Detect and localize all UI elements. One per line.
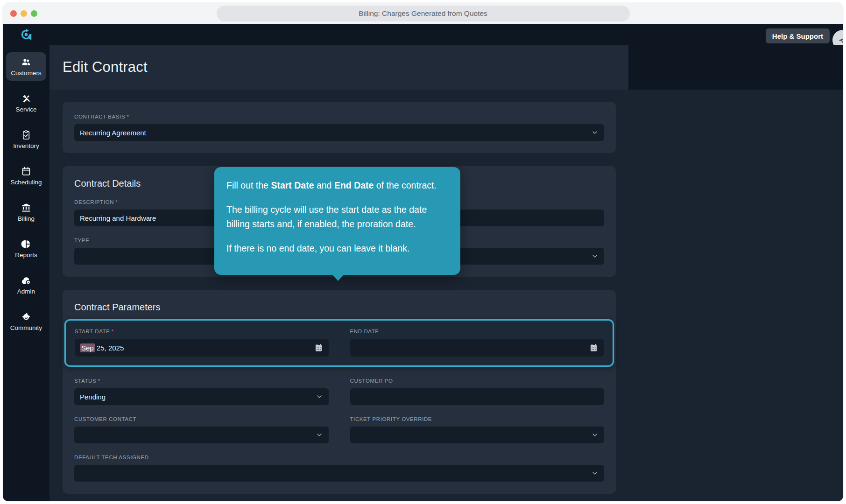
paper-plane-icon (838, 35, 843, 45)
ticket-priority-select[interactable] (350, 427, 605, 443)
field-label: CONTRACT BASIS * (74, 114, 604, 119)
field-label: START DATE * (75, 329, 329, 334)
sidebar-item-admin[interactable]: Admin (6, 271, 46, 299)
main-panel: Edit Contract CONTRACT BASIS * (49, 45, 843, 501)
sidebar-item-label: Admin (17, 288, 35, 295)
default-tech-label: DEFAULT TECH ASSIGNED (74, 455, 149, 460)
description-label: DESCRIPTION (74, 199, 114, 205)
tooltip-bold-text: End Date (334, 180, 374, 190)
field-label: DEFAULT TECH ASSIGNED (74, 455, 604, 460)
sidebar-item-label: Customers (11, 70, 41, 77)
sidebar-item-scheduling[interactable]: Scheduling (6, 161, 46, 190)
window-controls (10, 10, 37, 17)
sidebar-item-label: Community (10, 324, 42, 331)
tooltip-text: and (314, 180, 334, 190)
community-icon (21, 312, 31, 322)
form-scroll-area[interactable]: CONTRACT BASIS * Recurring Agreement (49, 90, 843, 501)
chevron-down-icon (591, 431, 599, 439)
field-label: CUSTOMER PO (350, 378, 605, 384)
tooltip-paragraph: If there is no end date, you can leave i… (226, 241, 448, 256)
required-asterisk: * (127, 114, 129, 119)
page-header-spacer (628, 45, 843, 90)
coachmark-tooltip: Fill out the Start Date and End Date of … (214, 167, 460, 275)
field-label: STATUS * (74, 378, 329, 384)
end-date-label: END DATE (350, 329, 379, 334)
chevron-down-icon (591, 252, 599, 260)
status-label: STATUS (74, 378, 96, 384)
tooltip-arrow (332, 274, 344, 281)
page-header: Edit Contract (49, 45, 843, 90)
contract-basis-select[interactable]: Recurring Agreement (74, 124, 604, 141)
sidebar-item-customers[interactable]: Customers (6, 52, 46, 81)
customer-contact-label: CUSTOMER CONTACT (74, 416, 136, 422)
required-asterisk: * (111, 329, 113, 334)
help-support-button[interactable]: Help & Support (766, 28, 830, 43)
sidebar-item-label: Inventory (13, 142, 39, 149)
window-title: Billing: Charges Generated from Quotes (217, 6, 630, 21)
close-window-button[interactable] (10, 10, 17, 17)
top-nav-bar: Help & Support (3, 24, 843, 45)
dates-highlight-box: START DATE * Sep 25, 2025 (64, 319, 614, 367)
sidebar-item-inventory[interactable]: Inventory (6, 125, 46, 154)
chevron-down-icon (591, 469, 599, 477)
window-title-text: Billing: Charges Generated from Quotes (359, 9, 487, 18)
app-shell: Help & Support Customers (3, 24, 843, 501)
default-tech-select[interactable] (74, 465, 604, 482)
inventory-icon (21, 130, 31, 140)
customer-contact-select[interactable] (74, 427, 329, 443)
page-title: Edit Contract (63, 59, 148, 76)
brand-logo-icon[interactable] (19, 28, 33, 42)
titlebar: Billing: Charges Generated from Quotes (3, 3, 843, 24)
selected-text: Sep (80, 343, 95, 352)
tooltip-paragraph: Fill out the Start Date and End Date of … (226, 178, 448, 193)
sidebar-item-billing[interactable]: Billing (6, 198, 46, 226)
minimize-window-button[interactable] (21, 10, 27, 17)
ticket-priority-label: TICKET PRIORITY OVERRIDE (350, 416, 432, 422)
sidebar-item-service[interactable]: Service (6, 89, 46, 117)
required-asterisk: * (98, 378, 100, 384)
billing-icon (21, 203, 31, 213)
tooltip-paragraph: The billing cycle will use the start dat… (226, 203, 448, 231)
status-value: Pending (80, 393, 106, 401)
chevron-down-icon (591, 129, 599, 136)
tooltip-text: of the contract. (374, 180, 436, 190)
zoom-window-button[interactable] (31, 10, 37, 17)
admin-icon (21, 275, 31, 286)
contract-basis-value: Recurring Agreement (80, 129, 146, 137)
type-label: TYPE (74, 238, 89, 243)
customers-icon (21, 57, 31, 67)
calendar-icon[interactable] (314, 343, 323, 352)
sidebar-item-reports[interactable]: Reports (6, 234, 46, 263)
end-date-input[interactable] (350, 339, 604, 357)
sidebar-item-label: Billing (18, 215, 35, 222)
field-label: TICKET PRIORITY OVERRIDE (350, 416, 605, 422)
required-asterisk: * (115, 199, 118, 205)
field-label: END DATE (350, 329, 604, 334)
customer-po-input[interactable] (350, 388, 605, 405)
customer-po-label: CUSTOMER PO (350, 378, 393, 384)
description-value: Recurring and Hardware (80, 214, 156, 222)
sidebar: Customers Service Inventory (3, 45, 49, 501)
service-icon (21, 93, 31, 104)
reports-icon (21, 239, 31, 249)
contract-parameters-heading: Contract Parameters (74, 302, 604, 313)
help-support-label: Help & Support (772, 32, 823, 40)
sidebar-item-label: Service (15, 106, 36, 113)
tooltip-bold-text: Start Date (271, 180, 314, 190)
calendar-icon[interactable] (589, 343, 598, 352)
chevron-down-icon (316, 393, 323, 400)
sidebar-item-label: Reports (15, 252, 37, 259)
start-date-value: Sep 25, 2025 (80, 344, 124, 352)
status-select[interactable]: Pending (74, 388, 329, 405)
contract-parameters-card: Contract Parameters START DATE * (63, 290, 616, 494)
start-date-label: START DATE (75, 329, 110, 334)
start-date-rest: 25, 2025 (95, 344, 124, 352)
field-label: CUSTOMER CONTACT (74, 416, 329, 422)
sidebar-item-label: Scheduling (11, 179, 42, 186)
tooltip-text: Fill out the (226, 180, 271, 190)
scheduling-icon (21, 166, 31, 176)
app-window: Billing: Charges Generated from Quotes H… (3, 3, 843, 501)
start-date-input[interactable]: Sep 25, 2025 (75, 339, 329, 357)
chevron-down-icon (316, 431, 323, 439)
sidebar-item-community[interactable]: Community (6, 307, 46, 336)
